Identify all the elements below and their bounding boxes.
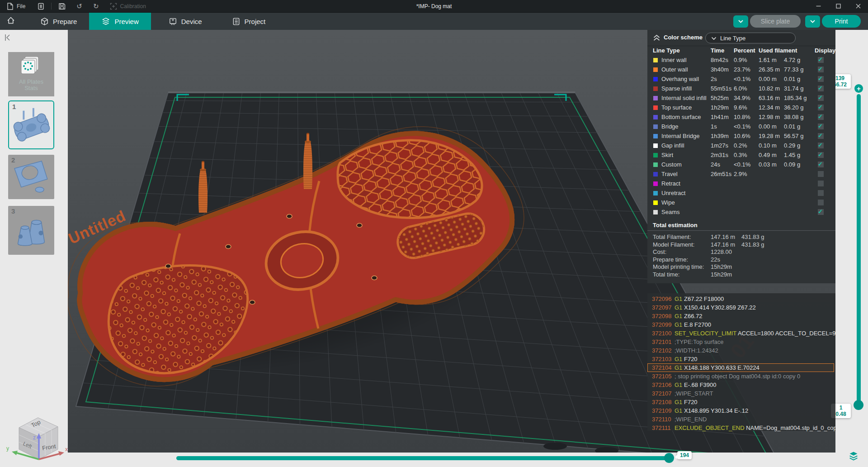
gcode-line[interactable]: 372097G1 X150.414 Y302.859 Z67.22 [647, 303, 835, 312]
line-type-used-g: 31.74 g [784, 85, 803, 92]
gcode-line-number: 372104 [652, 363, 675, 372]
display-checkbox[interactable] [818, 57, 824, 63]
display-checkbox[interactable] [818, 105, 824, 110]
line-type-time: 3h40m [711, 66, 729, 73]
move-slider-track[interactable] [176, 456, 670, 460]
color-swatch [653, 172, 658, 176]
tab-device[interactable]: Device [156, 13, 214, 30]
gcode-line[interactable]: 372099G1 E.8 F2700 [647, 320, 835, 329]
gcode-line[interactable]: 372110;WIPE_END [647, 415, 835, 424]
move-slider-tooltip: 194 [677, 451, 692, 459]
gcode-line-number: 372101 [652, 338, 675, 346]
gcode-token: G1 [675, 381, 682, 388]
line-type-time: 2m31s [711, 152, 728, 158]
display-checkbox[interactable] [818, 124, 824, 129]
slice-options-chevron-button[interactable] [733, 15, 748, 28]
gcode-line[interactable]: 372100SET_VELOCITY_LIMIT ACCEL=1800 ACCE… [647, 329, 835, 338]
total-estimation-row: Model printing time:15h29m [647, 263, 835, 271]
display-checkbox[interactable] [818, 76, 824, 82]
display-checkbox[interactable] [818, 200, 824, 205]
maximize-button[interactable] [828, 0, 848, 12]
line-type-row: Seams [647, 207, 835, 217]
slicer-window: { "titlebar": { "file": "File", "calibra… [0, 0, 868, 467]
close-button[interactable] [848, 0, 868, 12]
all-plates-card[interactable]: All Plates Stats [8, 52, 54, 96]
display-checkbox[interactable] [818, 114, 824, 120]
total-estimation-table: Total Filament:147.16 m431.83 gModel Fil… [647, 234, 835, 278]
layer-slider-bottom-handle[interactable] [854, 400, 863, 410]
gcode-line[interactable]: 372109G1 X148.895 Y301.34 E-.12 [647, 406, 835, 415]
gcode-line[interactable]: 372096G1 Z67.22 F18000 [647, 295, 835, 303]
display-checkbox[interactable] [818, 181, 824, 186]
line-type-used-g: 77.33 g [784, 66, 803, 73]
display-checkbox[interactable] [818, 133, 824, 139]
display-checkbox[interactable] [818, 86, 824, 91]
calibration-label: Calibration [120, 3, 146, 10]
gcode-line[interactable]: 372101;TYPE:Top surface [647, 338, 835, 346]
line-type-used-g: 56.57 g [784, 133, 803, 139]
gcode-line-number: 372096 [652, 295, 675, 303]
orientation-cube[interactable]: Top Left Front z y x [5, 409, 70, 467]
display-checkbox[interactable] [818, 67, 824, 72]
notes-icon[interactable] [37, 2, 45, 10]
line-type-dropdown[interactable]: Line Type [705, 33, 796, 43]
line-type-used-m: 0.03 m [759, 161, 777, 168]
save-icon[interactable] [58, 2, 66, 10]
tab-preview[interactable]: Preview [89, 13, 151, 30]
plate-thumbnail-2[interactable]: 2 [8, 155, 54, 199]
gcode-line[interactable]: 372111EXCLUDE_OBJECT_END NAME=Dog_mat004… [647, 424, 835, 432]
print-options-chevron-button[interactable] [805, 15, 820, 28]
gcode-token: ;WIPE_START [675, 390, 713, 397]
minimize-button[interactable] [808, 0, 828, 12]
gcode-line[interactable]: 372102;WIDTH:1.24342 [647, 346, 835, 355]
gcode-line[interactable]: 372106G1 E-.68 F3900 [647, 381, 835, 389]
plate-thumbnail-1[interactable]: 1 [8, 100, 54, 149]
calibration-icon [110, 2, 118, 10]
plate-thumbnail-3[interactable]: 3 [8, 206, 54, 255]
gcode-line[interactable]: 372098G1 Z66.72 [647, 312, 835, 320]
gcode-token: SET_VELOCITY_LIMIT [675, 330, 736, 337]
redo-icon[interactable]: ↻ [93, 3, 99, 10]
sidebar-collapse-button[interactable] [3, 33, 13, 43]
home-button[interactable] [0, 13, 22, 30]
gcode-token: E-.68 F3900 [682, 381, 716, 388]
display-checkbox[interactable] [818, 209, 824, 215]
layer-add-range-button[interactable]: + [854, 83, 864, 94]
display-checkbox[interactable] [818, 162, 824, 167]
line-type-percent: 10.6% [734, 133, 750, 139]
line-type-label: Wipe [661, 199, 675, 206]
tab-project[interactable]: Project [220, 13, 278, 30]
line-type-label: Bottom surface [661, 114, 701, 120]
gcode-token: E.8 F2700 [682, 321, 711, 328]
gcode-line-number: 372097 [652, 303, 675, 312]
gcode-token: G1 [675, 304, 682, 311]
display-checkbox[interactable] [818, 152, 824, 158]
layer-slider-track[interactable] [857, 94, 861, 405]
y-axis-label: y [6, 445, 9, 452]
panel-collapse-icon[interactable] [653, 34, 660, 43]
tab-prepare[interactable]: Prepare [28, 13, 89, 30]
gcode-line[interactable]: 372108G1 F720 [647, 398, 835, 406]
gcode-line-current[interactable]: 372104G1 X148.188 Y300.633 E.70224 [647, 363, 834, 372]
gcode-token: ; stop printing object Dog mat004.stp id… [675, 373, 800, 380]
line-type-time: 24s [711, 161, 720, 168]
gcode-viewer[interactable]: 372096G1 Z67.22 F18000372097G1 X150.414 … [647, 293, 835, 431]
file-menu[interactable]: File [6, 2, 25, 10]
move-slider-handle[interactable] [664, 453, 674, 463]
line-type-time: 1h41m [711, 114, 729, 120]
gcode-line[interactable]: 372107;WIPE_START [647, 389, 835, 398]
display-checkbox[interactable] [818, 190, 824, 196]
gcode-line-number: 372098 [652, 312, 675, 320]
gcode-line[interactable]: 372103G1 F720 [647, 355, 835, 363]
layers-view-button[interactable] [846, 449, 861, 463]
display-checkbox[interactable] [818, 143, 824, 148]
slice-plate-button[interactable]: Slice plate [750, 15, 801, 28]
line-type-row: Sparse infill55m51s6.0%10.82 m31.74 g [647, 84, 835, 93]
calibration-button[interactable]: Calibration [110, 2, 146, 10]
total-label: Total time: [653, 271, 679, 278]
undo-icon[interactable]: ↺ [76, 3, 82, 10]
print-button[interactable]: Print [822, 15, 861, 28]
gcode-line[interactable]: 372105; stop printing object Dog mat004.… [647, 372, 835, 381]
display-checkbox[interactable] [818, 171, 824, 177]
display-checkbox[interactable] [818, 95, 824, 101]
